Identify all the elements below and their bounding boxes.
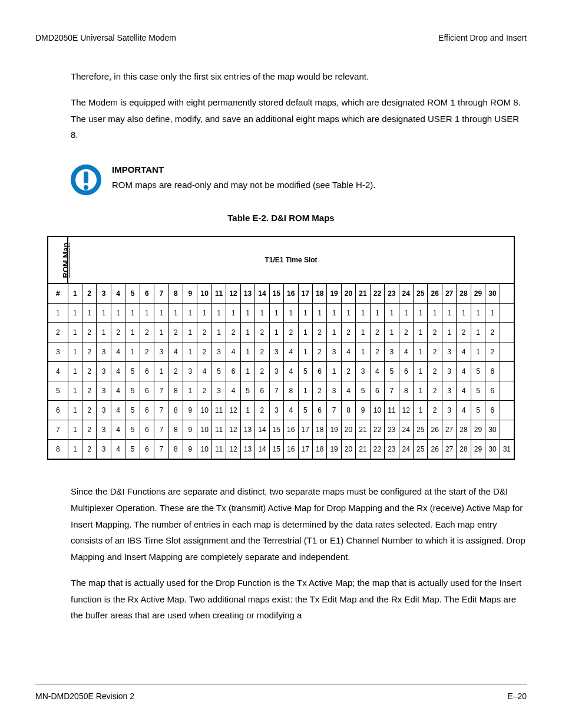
table-cell: 1 — [442, 304, 456, 323]
table-cell: 1 — [154, 304, 168, 323]
table-row-num: 7 — [48, 420, 68, 440]
table-cell: 3 — [97, 440, 111, 460]
table-cell: 8 — [284, 381, 298, 401]
table-cell: 25 — [414, 440, 428, 460]
table-cell: 1 — [298, 304, 312, 323]
table-cell: 14 — [255, 420, 269, 440]
table-cell: 5 — [298, 401, 312, 420]
table-cell: 1 — [183, 381, 197, 401]
table-cell: 5 — [471, 381, 485, 401]
table-cell: 24 — [399, 440, 413, 460]
table-cell: 1 — [457, 304, 471, 323]
table-cell: 4 — [226, 342, 240, 362]
table-cell: 3 — [442, 342, 456, 362]
table-cell: 1 — [485, 304, 500, 323]
table-cell: 27 — [442, 420, 456, 440]
table-col-header: 29 — [471, 284, 485, 304]
table-col-header: 27 — [442, 284, 456, 304]
table-cell: 9 — [356, 401, 370, 420]
table-cell: 1 — [82, 304, 96, 323]
table-cell: 22 — [370, 420, 384, 440]
table-cell: 2 — [370, 342, 384, 362]
table-cell: 1 — [240, 342, 254, 362]
table-cell: 1 — [68, 323, 82, 342]
table-cell: 7 — [269, 381, 283, 401]
table-cell: 1 — [471, 342, 485, 362]
table-cell: 1 — [269, 304, 283, 323]
table-cell: 22 — [370, 440, 384, 460]
table-cell: 18 — [312, 420, 326, 440]
table-cell: 3 — [442, 362, 456, 381]
rom-maps-table: ROM Map T1/E1 Time Slot # 12345678910111… — [47, 236, 515, 460]
table-cell: 4 — [284, 362, 298, 381]
table-cell: 2 — [428, 342, 442, 362]
table-cell: 28 — [457, 440, 471, 460]
table-cell: 29 — [471, 440, 485, 460]
table-cell: 1 — [226, 304, 240, 323]
table-cell: 6 — [312, 401, 326, 420]
table-cell: 8 — [168, 420, 183, 440]
table-col-header: 30 — [485, 284, 500, 304]
table-cell: 4 — [168, 342, 183, 362]
table-cell: 6 — [312, 362, 326, 381]
table-col-header: 9 — [183, 284, 197, 304]
table-cell: 25 — [414, 420, 428, 440]
table-cell: 1 — [428, 304, 442, 323]
table-cell: 23 — [385, 420, 399, 440]
table-cell: 1 — [414, 323, 428, 342]
table-cell: 1 — [240, 323, 254, 342]
table-cell: 9 — [183, 401, 197, 420]
table-cell: 3 — [269, 362, 283, 381]
table-col-header: 5 — [125, 284, 140, 304]
table-cell: 8 — [168, 440, 183, 460]
table-cell: 6 — [485, 362, 500, 381]
paragraph-2: The Modem is equipped with eight permane… — [71, 94, 527, 143]
table-cell: 6 — [485, 381, 500, 401]
table-cell: 21 — [356, 440, 370, 460]
table-cell: 11 — [211, 420, 226, 440]
table-row: 8123456789101112131415161718192021222324… — [48, 440, 514, 460]
table-cell: 2 — [168, 323, 183, 342]
table-cell — [500, 381, 514, 401]
table-col-header: 25 — [414, 284, 428, 304]
note-text: ROM maps are read-only and may not be mo… — [112, 178, 375, 192]
table-cell: 23 — [385, 440, 399, 460]
table-col-header: 8 — [168, 284, 183, 304]
table-cell: 31 — [500, 440, 514, 460]
table-row: 5123456781234567812345678123456 — [48, 381, 514, 401]
table-cell: 6 — [399, 362, 413, 381]
table-cell: 1 — [414, 304, 428, 323]
table-cell — [500, 401, 514, 420]
table-cell: 3 — [211, 342, 226, 362]
table-cell: 3 — [356, 362, 370, 381]
table-cell: 7 — [385, 381, 399, 401]
table-cell: 5 — [125, 440, 140, 460]
table-cell: 1 — [68, 304, 82, 323]
table-cell: 1 — [211, 304, 226, 323]
table-cell: 12 — [226, 401, 240, 420]
table-cell: 6 — [485, 401, 500, 420]
table-cell: 2 — [197, 381, 211, 401]
table-cell: 19 — [327, 420, 341, 440]
table-cell: 1 — [442, 323, 456, 342]
table-col-header — [500, 284, 514, 304]
table-cell: 4 — [111, 362, 125, 381]
table-cell: 2 — [428, 362, 442, 381]
table-cell: 1 — [68, 342, 82, 362]
table-cell: 2 — [312, 342, 326, 362]
table-cell: 1 — [97, 323, 111, 342]
table-cell: 2 — [312, 381, 326, 401]
table-col-header: 26 — [428, 284, 442, 304]
table-caption: Table E-2. D&I ROM Maps — [35, 213, 527, 223]
table-col-header: 12 — [226, 284, 240, 304]
table-cell: 1 — [414, 342, 428, 362]
table-cell: 13 — [240, 440, 254, 460]
table-cell: 2 — [255, 401, 269, 420]
table-cell: 5 — [125, 362, 140, 381]
table-row-num: 1 — [48, 304, 68, 323]
table-cell: 1 — [68, 362, 82, 381]
note-title: IMPORTANT — [112, 164, 375, 174]
table-corner: ROM Map — [48, 236, 68, 284]
table-cell: 1 — [68, 440, 82, 460]
table-cell: 6 — [255, 381, 269, 401]
